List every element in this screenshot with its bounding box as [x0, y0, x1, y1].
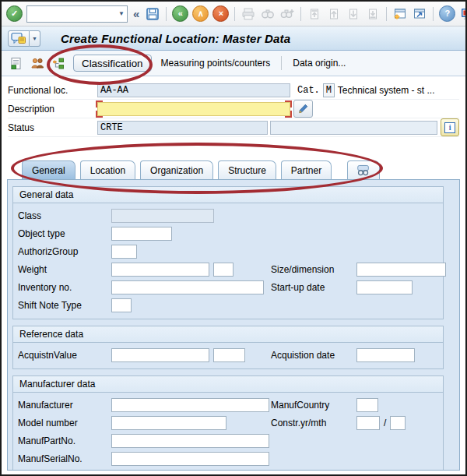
data-origin-button[interactable]: Data origin... — [290, 58, 349, 69]
constr-yr-mth-fields: / — [356, 416, 406, 430]
classification-button[interactable]: Classification — [73, 55, 152, 72]
services-for-object-icon[interactable] — [8, 30, 30, 47]
functional-location-row: Functional loc. Cat. M Technical system … — [8, 81, 459, 100]
collapse-toolbar-icon[interactable]: « — [132, 7, 141, 20]
description-label: Description — [8, 104, 97, 115]
info-icon: i — [444, 122, 455, 133]
inventory-no-label: Inventory no. — [18, 282, 111, 293]
acquistion-date-field[interactable] — [356, 348, 415, 362]
tab-partner[interactable]: Partner — [281, 160, 332, 179]
acquistn-value-field[interactable] — [111, 348, 209, 362]
constr-month-field[interactable] — [390, 416, 406, 430]
manuf-serial-no-field[interactable] — [111, 452, 269, 466]
new-session-icon[interactable] — [392, 6, 408, 22]
exit-icon[interactable]: ∧ — [192, 5, 209, 22]
constr-year-field[interactable] — [356, 416, 380, 430]
acquistn-currency-field[interactable] — [213, 348, 245, 362]
manuf-part-no-row: ManufPartNo. — [18, 432, 443, 450]
startup-date-field[interactable] — [356, 280, 413, 294]
previous-page-icon — [326, 6, 342, 22]
functional-loc-field — [97, 83, 290, 97]
manuf-part-no-label: ManufPartNo. — [18, 435, 111, 446]
command-input[interactable] — [27, 8, 116, 20]
services-dropdown-icon[interactable]: ▼ — [30, 30, 40, 47]
toolbar-separator — [166, 7, 167, 21]
functional-loc-label: Functional loc. — [8, 85, 97, 96]
services-for-object-button[interactable]: ▼ — [8, 30, 40, 47]
object-type-row: Object type — [18, 224, 443, 242]
description-row: Description — [8, 100, 459, 118]
weight-unit-field[interactable] — [213, 263, 234, 277]
class-field — [111, 209, 214, 223]
weight-row: Weight Size/dimension — [18, 260, 443, 278]
command-dropdown-icon[interactable]: ▼ — [116, 10, 127, 17]
manufacturer-data-header: Manufacturer data — [13, 376, 443, 393]
acquistn-value-row: AcquistnValue Acquistion date — [18, 346, 443, 364]
inventory-row: Inventory no. Start-up date — [18, 278, 443, 296]
general-data-group: General data Class Object type AuthorizG… — [12, 186, 444, 319]
tab-location[interactable]: Location — [80, 160, 135, 179]
next-page-icon — [346, 6, 361, 22]
tab-partner-label: Partner — [291, 165, 321, 176]
manufacturer-field[interactable] — [111, 398, 269, 412]
category-label: Cat. — [297, 85, 320, 96]
object-type-field[interactable] — [111, 227, 172, 241]
title-bar: ▼ Create Functional Location: Master Dat… — [2, 26, 465, 51]
glasses-icon — [356, 163, 371, 178]
partners-icon[interactable] — [30, 55, 45, 71]
status-info-button[interactable]: i — [441, 118, 459, 136]
toolbar-separator — [386, 7, 387, 21]
model-number-field[interactable] — [111, 416, 226, 430]
model-number-row: Model number Constr.yr/mth / — [18, 414, 443, 432]
user-status-field — [270, 121, 437, 135]
measuring-points-button[interactable]: Measuring points/counters — [158, 58, 274, 69]
authoriz-group-field[interactable] — [111, 245, 137, 259]
customize-layout-icon[interactable] — [459, 6, 467, 22]
tab-overview-button[interactable] — [347, 160, 380, 179]
acquistn-value-label: AcquistnValue — [18, 350, 111, 361]
tab-structure-label: Structure — [228, 165, 266, 176]
save-icon[interactable] — [145, 6, 160, 22]
size-dimension-field[interactable] — [356, 263, 446, 277]
inventory-no-field[interactable] — [111, 280, 264, 294]
sap-window: ✓ ▼ « « ∧ × — [0, 0, 467, 476]
toolbar-separator — [281, 56, 282, 70]
header-form: Functional loc. Cat. M Technical system … — [2, 76, 465, 156]
manuf-country-field[interactable] — [356, 398, 378, 412]
tab-structure[interactable]: Structure — [218, 160, 276, 179]
tab-organization-label: Organization — [150, 165, 203, 176]
cancel-icon[interactable]: × — [212, 5, 229, 22]
manuf-serial-no-row: ManufSerialNo. — [18, 450, 443, 467]
shift-note-type-field[interactable] — [111, 298, 132, 312]
document-overview-icon[interactable] — [8, 55, 23, 71]
structure-hierarchy-icon[interactable] — [51, 55, 67, 71]
application-toolbar: Classification Measuring points/counters… — [2, 51, 465, 76]
classification-button-label: Classification — [82, 58, 143, 69]
toolbar-separator — [234, 7, 235, 21]
back-icon[interactable]: « — [172, 5, 188, 22]
shift-note-type-label: Shift Note Type — [18, 300, 111, 311]
general-tab-content: General data Class Object type AuthorizG… — [7, 179, 460, 471]
enter-icon[interactable]: ✓ — [6, 5, 23, 22]
manufacturer-row: Manufacturer ManufCountry — [18, 396, 443, 414]
weight-label: Weight — [18, 264, 111, 275]
find-icon — [260, 6, 276, 22]
tab-organization[interactable]: Organization — [140, 160, 213, 179]
command-field[interactable]: ▼ — [26, 5, 128, 23]
tab-strip: General Location Organization Structure … — [2, 156, 465, 179]
manufacturer-label: Manufacturer — [18, 400, 111, 411]
toolbar-separator — [433, 7, 434, 21]
manufacturer-data-group: Manufacturer data Manufacturer ManufCoun… — [12, 376, 444, 471]
reference-data-group: Reference data AcquistnValue Acquistion … — [12, 326, 444, 369]
reference-data-header: Reference data — [13, 326, 443, 343]
authoriz-group-label: AuthorizGroup — [18, 246, 111, 257]
help-icon[interactable]: ? — [439, 5, 455, 22]
manuf-part-no-field[interactable] — [111, 434, 269, 448]
long-text-edit-button[interactable] — [293, 100, 313, 118]
weight-field[interactable] — [111, 263, 209, 277]
manuf-country-label: ManufCountry — [271, 400, 329, 411]
tab-general[interactable]: General — [22, 160, 75, 179]
tab-location-label: Location — [90, 165, 125, 176]
create-shortcut-icon[interactable] — [412, 6, 427, 22]
description-field[interactable] — [97, 102, 290, 116]
